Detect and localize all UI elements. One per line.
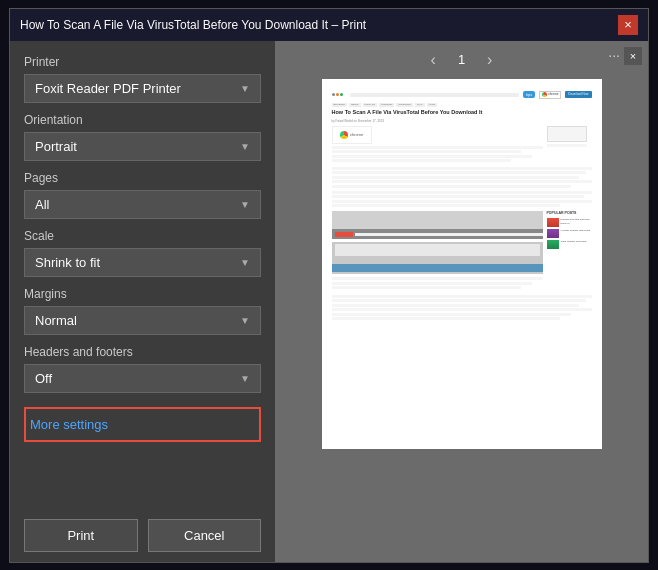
headers-dropdown[interactable]: Off ▼ [24, 364, 261, 393]
left-panel: Printer Foxit Reader PDF Printer ▼ Orien… [10, 41, 275, 562]
page-number: 1 [458, 52, 465, 67]
scale-dropdown-arrow: ▼ [240, 257, 250, 268]
margins-dropdown-arrow: ▼ [240, 315, 250, 326]
pages-label: Pages [24, 171, 261, 185]
headers-label: Headers and footers [24, 345, 261, 359]
dialog-body: Printer Foxit Reader PDF Printer ▼ Orien… [10, 41, 648, 562]
pages-dropdown[interactable]: All ▼ [24, 190, 261, 219]
pages-dropdown-arrow: ▼ [240, 199, 250, 210]
preview-dots-menu[interactable]: ··· [608, 47, 620, 63]
printer-dropdown[interactable]: Foxit Reader PDF Printer ▼ [24, 74, 261, 103]
print-button[interactable]: Print [24, 519, 138, 552]
printer-value: Foxit Reader PDF Printer [35, 81, 181, 96]
dialog-title: How To Scan A File Via VirusTotal Before… [20, 18, 610, 32]
pages-value: All [35, 197, 49, 212]
margins-dropdown[interactable]: Normal ▼ [24, 306, 261, 335]
scale-dropdown[interactable]: Shrink to fit ▼ [24, 248, 261, 277]
scale-value: Shrink to fit [35, 255, 100, 270]
close-dialog-button[interactable]: × [618, 15, 638, 35]
scale-label: Scale [24, 229, 261, 243]
right-panel: × ··· ‹ 1 › [275, 41, 648, 562]
margins-value: Normal [35, 313, 77, 328]
cancel-button[interactable]: Cancel [148, 519, 262, 552]
headers-dropdown-arrow: ▼ [240, 373, 250, 384]
headers-value: Off [35, 371, 52, 386]
prev-page-button[interactable]: ‹ [425, 49, 442, 71]
orientation-label: Orientation [24, 113, 261, 127]
margins-label: Margins [24, 287, 261, 301]
print-dialog: How To Scan A File Via VirusTotal Before… [9, 8, 649, 563]
printer-dropdown-arrow: ▼ [240, 83, 250, 94]
bottom-buttons: Print Cancel [24, 519, 261, 552]
orientation-value: Portrait [35, 139, 77, 154]
dialog-titlebar: How To Scan A File Via VirusTotal Before… [10, 9, 648, 41]
dialog-overlay: How To Scan A File Via VirusTotal Before… [0, 0, 658, 570]
page-preview-container: tips chrome Download Now REVIEWS NE [283, 79, 640, 554]
next-page-button[interactable]: › [481, 49, 498, 71]
more-settings-link[interactable]: More settings [24, 407, 261, 442]
page-navigation: ‹ 1 › [425, 49, 499, 71]
printer-label: Printer [24, 55, 261, 69]
orientation-dropdown[interactable]: Portrait ▼ [24, 132, 261, 161]
preview-close-button[interactable]: × [624, 47, 642, 65]
page-preview: tips chrome Download Now REVIEWS NE [322, 79, 602, 449]
preview-content: tips chrome Download Now REVIEWS NE [332, 91, 592, 321]
orientation-dropdown-arrow: ▼ [240, 141, 250, 152]
